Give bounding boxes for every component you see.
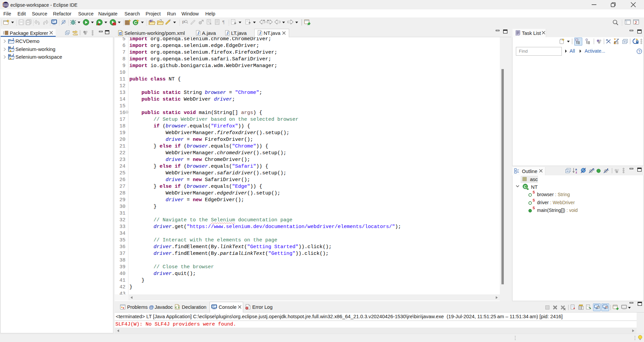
svg-text:J: J (259, 31, 261, 35)
svg-text:M: M (8, 46, 11, 49)
svg-text:!: ! (10, 50, 11, 52)
svg-text:C: C (134, 20, 137, 25)
svg-text:?: ? (638, 50, 640, 54)
svg-text:J: J (12, 54, 14, 57)
svg-text:L: L (607, 168, 609, 171)
svg-text:z: z (576, 171, 577, 174)
svg-text:C: C (524, 185, 527, 189)
svg-text:J: J (197, 31, 199, 35)
svg-text:J: J (12, 46, 14, 49)
svg-text:M: M (120, 32, 122, 35)
svg-text:M: M (8, 54, 11, 57)
svg-text:J: J (226, 31, 228, 35)
svg-text:P: P (182, 20, 185, 25)
svg-text:!: ! (10, 58, 11, 60)
svg-text:S: S (592, 168, 594, 171)
svg-text:J: J (635, 20, 637, 24)
svg-text:@: @ (149, 304, 154, 309)
svg-text:¶: ¶ (222, 20, 225, 25)
svg-text:J: J (12, 38, 14, 42)
